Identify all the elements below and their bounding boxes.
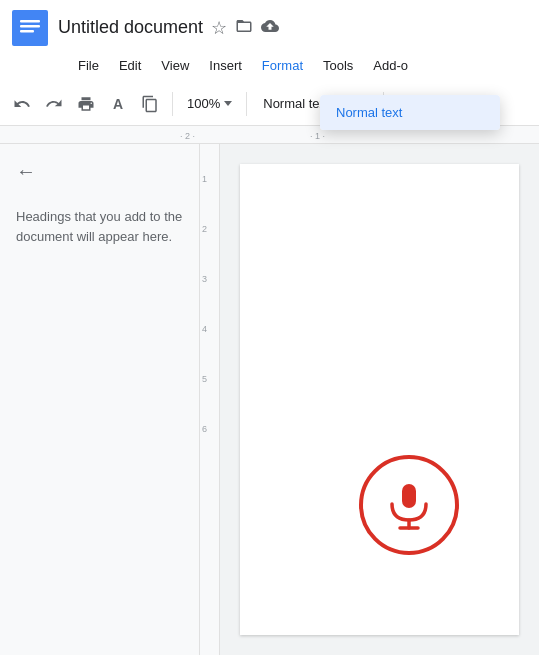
svg-rect-2 <box>20 25 40 28</box>
zoom-chevron-icon <box>224 101 232 106</box>
menu-edit[interactable]: Edit <box>111 55 149 76</box>
print-button[interactable] <box>72 90 100 118</box>
menu-file[interactable]: File <box>70 55 107 76</box>
toolbar-separator-2 <box>246 92 247 116</box>
mic-button[interactable] <box>359 455 459 555</box>
vertical-ruler: 1 2 3 4 5 6 <box>200 144 220 655</box>
mic-icon <box>382 478 436 532</box>
zoom-selector[interactable]: 100% <box>181 94 238 113</box>
folder-icon[interactable] <box>235 17 253 40</box>
dropdown-normal-text[interactable]: Normal text <box>320 95 500 130</box>
back-arrow-icon: ← <box>16 160 36 182</box>
menu-insert[interactable]: Insert <box>201 55 250 76</box>
menu-addons[interactable]: Add-o <box>365 55 416 76</box>
cloud-save-icon[interactable] <box>261 17 279 40</box>
svg-rect-4 <box>402 484 416 508</box>
outline-sidebar: ← Headings that you add to the document … <box>0 144 200 655</box>
clipboard-button[interactable] <box>136 90 164 118</box>
ruler-num-2: · 2 · <box>180 131 195 141</box>
document-area <box>220 144 539 655</box>
title-bar: Untitled document ☆ <box>0 0 539 52</box>
sidebar-back-button[interactable]: ← <box>0 144 199 199</box>
menu-bar: File Edit View Insert Format Tools Add-o <box>0 52 539 82</box>
document-page <box>240 164 519 635</box>
redo-button[interactable] <box>40 90 68 118</box>
star-icon[interactable]: ☆ <box>211 17 227 39</box>
doc-title[interactable]: Untitled document <box>58 17 203 39</box>
menu-tools[interactable]: Tools <box>315 55 361 76</box>
paint-format-button[interactable]: A <box>104 90 132 118</box>
zoom-value: 100% <box>187 96 220 111</box>
format-dropdown: Normal text <box>320 95 500 130</box>
svg-rect-1 <box>20 20 40 23</box>
doc-title-area: Untitled document ☆ <box>58 17 527 40</box>
svg-rect-3 <box>20 30 34 33</box>
menu-format[interactable]: Format <box>254 55 311 76</box>
sidebar-message: Headings that you add to the document wi… <box>0 199 199 254</box>
ruler-num-1: · 1 · <box>310 131 325 141</box>
main-area: ← Headings that you add to the document … <box>0 144 539 655</box>
svg-rect-0 <box>12 10 48 46</box>
toolbar-separator-1 <box>172 92 173 116</box>
undo-button[interactable] <box>8 90 36 118</box>
app-icon <box>12 10 48 46</box>
menu-view[interactable]: View <box>153 55 197 76</box>
